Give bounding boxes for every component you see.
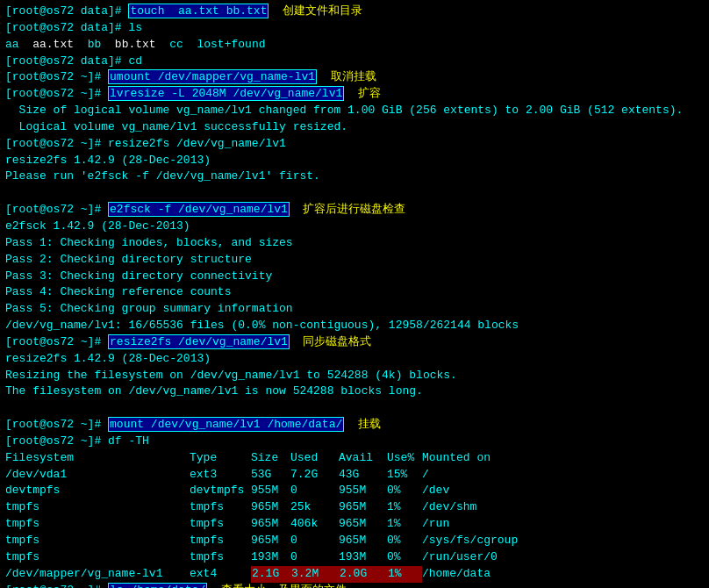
cmd-resize2fs: resize2fs /dev/vg_name/lv1 — [108, 334, 290, 349]
line-36: [root@os72 ~]# ls /home/data/ 查看大小，及里面的文… — [5, 583, 704, 588]
df-row-tmpfs2: tmpfstmpfs965M406k965M1%/run — [5, 516, 704, 533]
df-row-tmpfs3: tmpfstmpfs965M0965M0%/sys/fs/cgroup — [5, 533, 704, 549]
line-16: Pass 2: Checking directory structure — [5, 252, 704, 269]
cmd-e2fsck: e2fsck -f /dev/vg_name/lv1 — [108, 202, 290, 217]
df-row-tmpfs4: tmpfstmpfs193M0193M0%/run/user/0 — [5, 549, 704, 566]
line-14: e2fsck 1.42.9 (28-Dec-2013) — [5, 219, 704, 235]
line-18: Pass 4: Checking reference counts — [5, 284, 704, 301]
line-13: [root@os72 ~]# e2fsck -f /dev/vg_name/lv… — [5, 202, 704, 219]
df-row-devtmpfs: devtmpfsdevtmpfs955M0955M0%/dev — [5, 483, 704, 499]
cmd-touch: touch aa.txt bb.txt — [128, 4, 269, 18]
line-2: [root@os72 data]# ls — [5, 20, 704, 37]
line-9: [root@os72 ~]# resize2fs /dev/vg_name/lv… — [5, 136, 704, 153]
line-21: [root@os72 ~]# resize2fs /dev/vg_name/lv… — [5, 334, 704, 351]
line-1: [root@os72 data]# touch aa.txt bb.txt 创建… — [5, 4, 704, 20]
cmd-cd: cd — [128, 54, 142, 68]
line-23: Resizing the filesystem on /dev/vg_name/… — [5, 368, 704, 384]
terminal: [root@os72 data]# touch aa.txt bb.txt 创建… — [5, 4, 704, 588]
comment-5: 取消挂载 — [317, 70, 376, 83]
ls-output-1: aa aa.txt bb bb.txt cc lost+found — [5, 37, 704, 54]
comment-1: 创建文件和目录 — [269, 4, 362, 18]
line-6: [root@os72 ~]# lvresize -L 2048M /dev/vg… — [5, 86, 704, 103]
line-empty-2 — [5, 400, 704, 417]
line-22: resize2fs 1.42.9 (28-Dec-2013) — [5, 351, 704, 368]
line-11: Please run 'e2fsck -f /dev/vg_name/lv1' … — [5, 169, 704, 185]
df-row-tmpfs1: tmpfstmpfs965M25k965M1%/dev/shm — [5, 499, 704, 516]
line-empty-1 — [5, 185, 704, 202]
line-27: [root@os72 ~]# df -TH — [5, 434, 704, 450]
line-5: [root@os72 ~]# umount /dev/mapper/vg_nam… — [5, 69, 704, 86]
line-26: [root@os72 ~]# mount /dev/vg_name/lv1 /h… — [5, 417, 704, 434]
line-24: The filesystem on /dev/vg_name/lv1 is no… — [5, 384, 704, 400]
line-4: [root@os72 data]# cd — [5, 54, 704, 70]
cmd-ls: ls — [128, 21, 142, 34]
df-row-lv1: /dev/mapper/vg_name-lv1ext42.1G3.2M2.0G1… — [5, 566, 704, 583]
line-10: resize2fs 1.42.9 (28-Dec-2013) — [5, 153, 704, 169]
df-row-vda1: /dev/vda1ext353G7.2G43G15%/ — [5, 467, 704, 484]
prompt: [root@os72 data]# — [5, 4, 128, 18]
df-header: FilesystemTypeSizeUsedAvailUse%Mounted o… — [5, 450, 704, 467]
line-7: Size of logical volume vg_name/lv1 chang… — [5, 103, 704, 119]
prompt-2: [root@os72 data]# — [5, 21, 128, 34]
prompt-5: [root@os72 ~]# — [5, 70, 108, 83]
line-17: Pass 3: Checking directory connectivity — [5, 269, 704, 285]
cmd-umount: umount /dev/mapper/vg_name-lv1 — [108, 69, 317, 84]
line-8: Logical volume vg_name/lv1 successfully … — [5, 119, 704, 136]
line-19: Pass 5: Checking group summary informati… — [5, 301, 704, 318]
prompt-6: [root@os72 ~]# — [5, 87, 108, 100]
comment-6: 扩容 — [344, 87, 381, 100]
cmd-ls-home: ls /home/data/ — [108, 583, 207, 588]
cmd-lvresize: lvresize -L 2048M /dev/vg_name/lv1 — [108, 86, 344, 101]
prompt-4: [root@os72 data]# — [5, 54, 128, 68]
line-20: /dev/vg_name/lv1: 16/65536 files (0.0% n… — [5, 318, 704, 334]
line-15: Pass 1: Checking inodes, blocks, and siz… — [5, 235, 704, 252]
cmd-mount: mount /dev/vg_name/lv1 /home/data/ — [108, 417, 344, 432]
